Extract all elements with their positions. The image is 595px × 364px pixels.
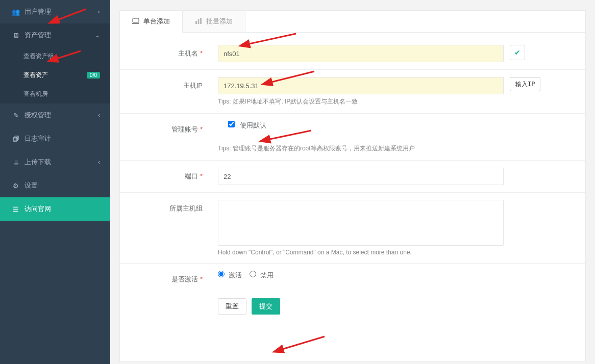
label-empty — [136, 298, 203, 302]
label-hostname: 主机名* — [136, 45, 203, 58]
sidebar-item-label: 用户管理 — [24, 7, 51, 16]
active-off-radio[interactable] — [250, 271, 256, 277]
required-mark: * — [200, 275, 203, 283]
laptop-icon: 🖥 — [11, 32, 20, 39]
sidebar: 👥 用户管理 ‹ 🖥 资产管理 ⌄ 查看资产组 查看资产 0/0 查看机房 ✎ … — [0, 0, 110, 364]
group-select[interactable] — [218, 200, 504, 246]
required-mark: * — [200, 172, 203, 180]
tabs: 单台添加 批量添加 — [120, 11, 585, 33]
label-active: 是否激活* — [136, 271, 203, 284]
check-ok-icon: ✔ — [510, 45, 525, 60]
sidebar-item-label: 日志审计 — [24, 134, 51, 143]
tab-batch-add[interactable]: 批量添加 — [183, 11, 245, 33]
list-icon: ☰ — [11, 205, 20, 213]
label-text: 管理账号 — [171, 125, 198, 133]
active-off-option[interactable]: 禁用 — [250, 271, 274, 279]
field-buttons: 重置 提交 — [218, 298, 569, 315]
sidebar-item-label: 上传下载 — [24, 158, 51, 167]
label-text: 所属主机组 — [169, 204, 203, 212]
svg-rect-4 — [200, 18, 202, 24]
label-text: 是否激活 — [171, 275, 198, 283]
checkbox-label: 使用默认 — [240, 121, 266, 129]
users-icon: 👥 — [11, 8, 20, 16]
tip-group: Hold down "Control", or "Command" on a M… — [218, 249, 569, 256]
svg-rect-1 — [132, 23, 139, 24]
sidebar-item-logs[interactable]: 🗐 日志审计 — [0, 127, 110, 150]
row-hostip: 主机IP 输入IP Tips: 如果IP地址不填写, IP默认会设置与主机名一致 — [120, 70, 585, 114]
gear-icon: ⚙ — [11, 182, 20, 190]
sidebar-item-label: 资产管理 — [24, 31, 51, 40]
row-active: 是否激活* 激活 禁用 — [120, 264, 585, 291]
sidebar-item-updown[interactable]: ⇊ 上传下载 ‹ — [0, 150, 110, 174]
chevron-left-icon: ‹ — [98, 159, 100, 166]
row-buttons: 重置 提交 — [120, 291, 585, 322]
chevron-down-icon: ⌄ — [95, 32, 100, 39]
sidebar-item-perms[interactable]: ✎ 授权管理 ‹ — [0, 103, 110, 127]
row-hostname: 主机名* ✔ — [120, 33, 585, 70]
port-input[interactable] — [218, 168, 504, 185]
field-port — [218, 168, 569, 185]
required-mark: * — [200, 125, 203, 133]
label-text: 主机名 — [178, 49, 198, 57]
label-port: 端口* — [136, 168, 203, 181]
tab-single-add[interactable]: 单台添加 — [120, 11, 183, 33]
sidebar-item-label: 设置 — [24, 181, 38, 190]
laptop-icon — [132, 18, 139, 25]
active-on-radio[interactable] — [218, 271, 225, 277]
svg-rect-3 — [198, 19, 200, 24]
hostip-input[interactable] — [218, 77, 504, 94]
sidebar-item-settings[interactable]: ⚙ 设置 — [0, 174, 110, 197]
tip-hostip: Tips: 如果IP地址不填写, IP默认会设置与主机名一致 — [218, 97, 569, 106]
tab-label: 批量添加 — [206, 17, 233, 26]
field-hostname: ✔ — [218, 45, 569, 62]
label-hostip: 主机IP — [136, 77, 203, 90]
field-group: Hold down "Control", or "Command" on a M… — [218, 200, 569, 256]
download-icon: ⇊ — [11, 159, 20, 166]
svg-rect-2 — [195, 21, 197, 24]
radio-label: 激活 — [229, 271, 242, 279]
label-admin: 管理账号* — [136, 121, 203, 134]
row-admin: 管理账号* 使用默认 Tips: 管理账号是服务器存在的root等高权限账号，用… — [120, 114, 585, 161]
chevron-left-icon: ‹ — [98, 112, 100, 119]
sidebar-item-label: 查看资产 — [23, 71, 48, 80]
active-on-option[interactable]: 激活 — [218, 271, 243, 279]
sidebar-item-asset-groups[interactable]: 查看资产组 — [0, 47, 110, 66]
field-hostip: 输入IP Tips: 如果IP地址不填写, IP默认会设置与主机名一致 — [218, 77, 569, 106]
field-active: 激活 禁用 — [218, 271, 569, 280]
radio-label: 禁用 — [260, 271, 274, 279]
edit-icon: ✎ — [11, 112, 20, 119]
tab-label: 单台添加 — [143, 17, 170, 26]
sidebar-sub-assets: 查看资产组 查看资产 0/0 查看机房 — [0, 47, 110, 103]
label-text: 主机IP — [183, 82, 203, 89]
sidebar-item-label: 访问官网 — [24, 204, 51, 214]
tab-filler — [245, 11, 585, 33]
sidebar-item-users[interactable]: 👥 用户管理 ‹ — [0, 0, 110, 23]
label-group: 所属主机组 — [136, 200, 203, 213]
required-mark: * — [200, 49, 203, 57]
field-admin: 使用默认 Tips: 管理账号是服务器存在的root等高权限账号，用来推送新建系… — [218, 121, 569, 153]
hostname-input[interactable] — [218, 45, 504, 62]
sidebar-item-assets[interactable]: 🖥 资产管理 ⌄ — [0, 23, 110, 47]
submit-button[interactable]: 提交 — [252, 298, 280, 315]
files-icon: 🗐 — [11, 135, 20, 143]
row-port: 端口* — [120, 161, 585, 193]
chevron-left-icon: ‹ — [98, 8, 100, 15]
svg-rect-0 — [133, 18, 139, 22]
label-text: 端口 — [185, 172, 198, 180]
reset-button[interactable]: 重置 — [218, 298, 246, 315]
sidebar-item-label: 查看机房 — [23, 90, 48, 98]
enter-ip-button[interactable]: 输入IP — [510, 77, 540, 91]
sidebar-item-view-assets[interactable]: 查看资产 0/0 — [0, 66, 110, 85]
panel-add-asset: 单台添加 批量添加 主机名* ✔ 主机IP — [119, 10, 586, 362]
row-group: 所属主机组 Hold down "Control", or "Command" … — [120, 193, 585, 264]
sidebar-item-visit-site[interactable]: ☰ 访问官网 — [0, 197, 110, 221]
main-area: 单台添加 批量添加 主机名* ✔ 主机IP — [110, 0, 595, 364]
chart-icon — [195, 18, 202, 25]
use-default-option[interactable]: 使用默认 — [228, 121, 266, 129]
badge-count: 0/0 — [87, 72, 100, 79]
tip-admin: Tips: 管理账号是服务器存在的root等高权限账号，用来推送新建系统用户 — [218, 144, 569, 153]
sidebar-item-view-idc[interactable]: 查看机房 — [0, 85, 110, 103]
sidebar-item-label: 授权管理 — [24, 111, 51, 120]
sidebar-item-label: 查看资产组 — [23, 52, 54, 61]
use-default-checkbox[interactable] — [228, 121, 235, 127]
